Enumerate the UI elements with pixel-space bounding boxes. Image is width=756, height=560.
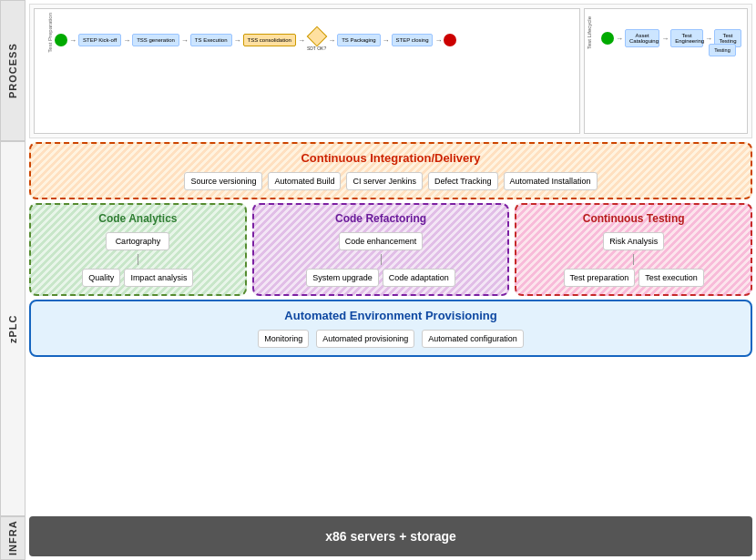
testing-prep: Test preparation <box>564 269 636 287</box>
content-area: Test Preparation → STEP Kick-off → TSS g… <box>26 0 756 560</box>
flow-diamond <box>306 26 327 47</box>
env-box: Automated Environment Provisioning Monit… <box>29 300 752 357</box>
arrow2: → <box>123 36 130 45</box>
infra-label: INFRA <box>0 516 26 560</box>
analytics-quality: Quality <box>82 269 120 287</box>
analytics-connector <box>138 254 138 265</box>
ci-item-defect: Defect Tracking <box>428 172 498 190</box>
analytics-cartography: Cartography <box>106 232 169 250</box>
analytics-title: Code Analytics <box>38 212 238 225</box>
infra-section: x86 servers + storage <box>29 516 752 556</box>
ci-item-install: Automated Installation <box>504 172 598 190</box>
flow2-engineering: Test Engineering <box>670 29 703 47</box>
ci-item-build: Automated Build <box>268 172 341 190</box>
process-diagram-2: Test Lifecycle → Asset Cataloguing → Tes… <box>584 8 748 134</box>
testing-items: Risk Analysis Test preparation Test exec… <box>524 232 743 287</box>
flow-end-circle <box>444 34 456 46</box>
refactor-box: Code Refactoring Code enhancement System… <box>252 203 510 296</box>
side-labels: PROCESS zPLC INFRA <box>0 0 26 560</box>
process-label: PROCESS <box>0 0 26 141</box>
testing-risk: Risk Analysis <box>603 232 664 250</box>
refactor-upgrade: System upgrade <box>306 269 379 287</box>
arrow6: → <box>328 36 335 45</box>
ci-title: Continuous Integration/Delivery <box>38 151 743 165</box>
arrow8: → <box>434 36 442 45</box>
refactor-adaptation: Code adaptation <box>383 269 455 287</box>
env-title: Automated Environment Provisioning <box>38 309 743 322</box>
arrow1: → <box>69 36 77 45</box>
flow2-asset: Asset Cataloguing <box>625 29 659 47</box>
flow2-arrow2: → <box>661 35 669 43</box>
ci-item-jenkins: CI server Jenkins <box>346 172 423 190</box>
process-flow: → STEP Kick-off → TSS generation → TS Ex… <box>38 25 576 53</box>
env-configuration: Automated configuration <box>422 330 524 348</box>
flow-step-closing: STEP closing <box>392 34 434 46</box>
test-prep-label: Test Preparation <box>47 13 53 53</box>
test-lifecycle-label: Test Lifecycle <box>587 16 592 49</box>
flow2-arrow3: → <box>705 35 712 43</box>
refactor-connector <box>381 254 382 265</box>
refactor-enhancement: Code enhancement <box>339 232 424 250</box>
arrow3: → <box>181 36 189 45</box>
flow2-start <box>601 32 614 45</box>
diamond-wrapper: SDT OK? <box>307 29 326 51</box>
ci-item-source: Source versioning <box>184 172 262 190</box>
analytics-items: Cartography Quality Impact analysis <box>38 232 238 287</box>
testing-exec: Test execution <box>639 269 704 287</box>
testing-bottom: Test preparation Test execution <box>564 269 704 287</box>
flow2-arrow1: → <box>616 35 623 43</box>
zplc-label: zPLC <box>0 141 26 516</box>
ci-box: Continuous Integration/Delivery Source v… <box>29 142 752 199</box>
refactor-title: Code Refactoring <box>261 212 501 225</box>
main-container: PROCESS zPLC INFRA Test Preparation → ST… <box>0 0 756 560</box>
testing-title: Continuous Testing <box>524 212 743 225</box>
arrow5: → <box>298 36 305 45</box>
testing-box: Continuous Testing Risk Analysis Test pr… <box>515 203 752 296</box>
testing-connector <box>633 254 634 265</box>
infra-title: x86 servers + storage <box>325 529 456 544</box>
analytics-bottom: Quality Impact analysis <box>82 269 193 287</box>
process-diagram-main: Test Preparation → STEP Kick-off → TSS g… <box>34 8 580 134</box>
ci-items: Source versioning Automated Build CI ser… <box>38 172 743 190</box>
analytics-box: Code Analytics Cartography Quality Impac… <box>29 203 247 296</box>
env-monitoring: Monitoring <box>258 330 309 348</box>
env-provisioning: Automated provisioning <box>316 330 414 348</box>
flow-ts-pack: TS Packaging <box>337 34 380 46</box>
middle-row: Code Analytics Cartography Quality Impac… <box>29 203 752 296</box>
flow-tss-gen: TSS generation <box>132 34 179 46</box>
env-items: Monitoring Automated provisioning Automa… <box>38 330 743 348</box>
process-section: Test Preparation → STEP Kick-off → TSS g… <box>29 4 752 138</box>
flow2-subitem: Testing <box>709 44 736 56</box>
flow-tss-consol: TSS consolidation <box>243 34 296 46</box>
refactor-items: Code enhancement System upgrade Code ada… <box>261 232 501 287</box>
flow-step-kickoff: STEP Kick-off <box>78 34 121 46</box>
analytics-impact: Impact analysis <box>124 269 193 287</box>
arrow4: → <box>234 36 241 45</box>
arrow7: → <box>383 36 390 45</box>
refactor-bottom: System upgrade Code adaptation <box>306 269 455 287</box>
flow-start-circle <box>55 34 67 46</box>
flow2-subbox: Testing <box>588 44 743 56</box>
zplc-section: Continuous Integration/Delivery Source v… <box>29 142 752 513</box>
flow-ts-exec: TS Execution <box>190 34 232 46</box>
